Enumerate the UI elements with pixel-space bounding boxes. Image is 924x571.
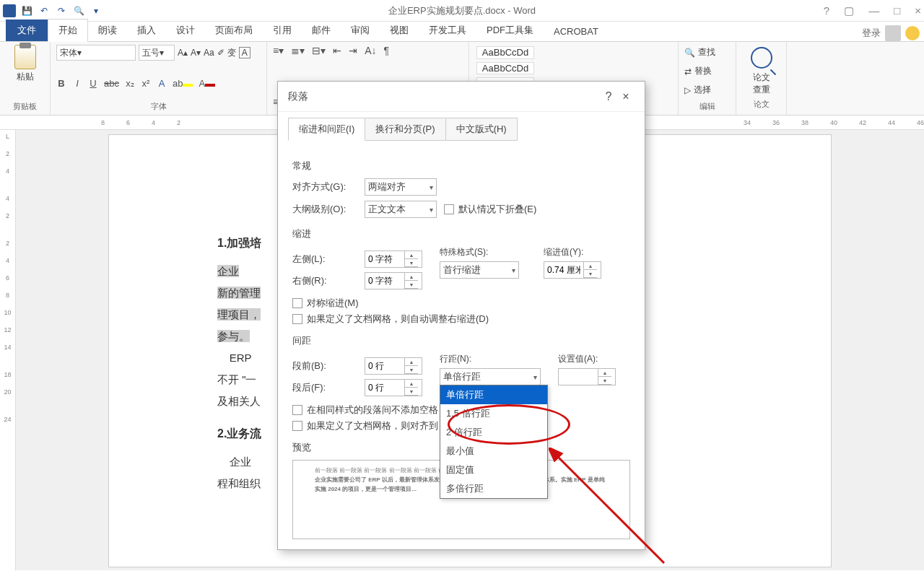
- mirror-checkbox[interactable]: 对称缩进(M): [292, 297, 630, 310]
- before-spinner[interactable]: ▲▼: [365, 357, 422, 375]
- fold-checkbox[interactable]: 默认情况下折叠(E): [444, 203, 536, 216]
- tab-design[interactable]: 设计: [166, 19, 205, 41]
- align-combo[interactable]: 两端对齐▾: [365, 178, 437, 196]
- tab-layout[interactable]: 页面布局: [205, 19, 263, 41]
- edit-group-label: 编辑: [684, 101, 730, 112]
- grid-indent-checkbox[interactable]: 如果定义了文档网格，则自动调整右缩进(D): [292, 313, 630, 326]
- font-color-button[interactable]: A: [199, 78, 215, 89]
- login-label[interactable]: 登录: [862, 27, 881, 40]
- account-area[interactable]: 登录: [862, 25, 924, 41]
- dialog-tab-breaks[interactable]: 换行和分页(P): [365, 118, 445, 141]
- maximize-icon[interactable]: □: [894, 4, 900, 17]
- tab-home[interactable]: 开始: [48, 19, 88, 42]
- grow-font-icon[interactable]: A▴: [178, 48, 188, 58]
- change-case-icon[interactable]: Aa: [204, 48, 214, 58]
- redo-icon[interactable]: ↷: [55, 4, 68, 17]
- right-indent-spinner[interactable]: ▲▼: [365, 272, 422, 289]
- dropdown-opt-multiple[interactable]: 多倍行距: [440, 479, 547, 498]
- numbering-icon[interactable]: ≣▾: [291, 45, 305, 56]
- indent-section: 缩进: [292, 227, 630, 240]
- replace-button[interactable]: ⇄ 替换: [684, 65, 730, 77]
- tab-view[interactable]: 视图: [380, 19, 419, 41]
- by-spinner[interactable]: ▲▼: [544, 261, 601, 279]
- tab-review[interactable]: 审阅: [341, 19, 380, 41]
- dropdown-opt-1-5[interactable]: 1.5 倍行距: [440, 404, 547, 423]
- at-label: 设置值(A):: [558, 353, 630, 365]
- ribbon-display-icon[interactable]: ▢: [844, 4, 854, 17]
- find-button[interactable]: 🔍 查找: [684, 46, 730, 58]
- char-border-icon[interactable]: A: [239, 47, 250, 58]
- dropdown-opt-exactly[interactable]: 固定值: [440, 461, 547, 479]
- after-label: 段后(F):: [292, 381, 357, 394]
- dialog-tab-indent[interactable]: 缩进和间距(I): [288, 118, 365, 141]
- dialog-body: 常规 对齐方式(G): 两端对齐▾ 大纲级别(O): 正文文本▾ 默认情况下折叠…: [278, 141, 645, 549]
- minimize-icon[interactable]: —: [868, 4, 879, 17]
- highlight-button[interactable]: ab: [173, 78, 193, 89]
- text-effects-icon[interactable]: A: [157, 78, 167, 89]
- decrease-indent-icon[interactable]: ⇤: [333, 45, 341, 56]
- dialog-titlebar[interactable]: 段落 ? ×: [278, 82, 645, 112]
- dropdown-opt-single[interactable]: 单倍行距: [440, 385, 547, 404]
- style-normal[interactable]: AaBbCcDd: [476, 46, 534, 59]
- qat-more-icon[interactable]: ▾: [90, 4, 103, 17]
- font-name-select[interactable]: 宋体 ▾: [56, 45, 136, 61]
- show-marks-icon[interactable]: ¶: [384, 45, 390, 56]
- save-icon[interactable]: 💾: [20, 4, 33, 17]
- title-bar: W 💾 ↶ ↷ 🔍 ▾ 企业ERP实施规划要点.docx - Word ? ▢ …: [0, 0, 924, 22]
- tab-mailings[interactable]: 邮件: [302, 19, 341, 41]
- avatar[interactable]: [885, 25, 901, 41]
- special-combo[interactable]: 首行缩进▾: [440, 261, 519, 279]
- undo-icon[interactable]: ↶: [38, 4, 51, 17]
- shrink-font-icon[interactable]: A▾: [191, 48, 201, 58]
- line-spacing-dropdown[interactable]: 单倍行距 1.5 倍行距 2 倍行距 最小值 固定值 多倍行距: [440, 385, 548, 499]
- font-size-select[interactable]: 五号 ▾: [139, 45, 175, 61]
- outline-label: 大纲级别(O):: [292, 203, 357, 216]
- increase-indent-icon[interactable]: ⇥: [349, 45, 357, 56]
- print-preview-icon[interactable]: 🔍: [72, 4, 85, 17]
- paste-button[interactable]: 粘贴: [6, 45, 44, 83]
- tab-pdf[interactable]: PDF工具集: [476, 19, 544, 41]
- tab-insert[interactable]: 插入: [127, 19, 166, 41]
- tab-developer[interactable]: 开发工具: [419, 19, 476, 41]
- dropdown-opt-atleast[interactable]: 最小值: [440, 442, 547, 461]
- strike-button[interactable]: abc: [104, 78, 119, 89]
- style-nospacing[interactable]: AaBbCcDd: [476, 62, 534, 75]
- superscript-button[interactable]: x²: [141, 78, 151, 89]
- by-label: 缩进值(Y):: [544, 246, 630, 258]
- at-spinner[interactable]: ▲▼: [558, 368, 616, 385]
- subscript-button[interactable]: x₂: [125, 78, 135, 89]
- dialog-tab-asian[interactable]: 中文版式(H): [445, 118, 518, 141]
- general-section: 常规: [292, 160, 630, 173]
- sort-icon[interactable]: A↓: [365, 45, 376, 56]
- right-indent-label: 右侧(R):: [292, 274, 357, 287]
- tab-read[interactable]: 朗读: [88, 19, 127, 41]
- emoji-icon[interactable]: [905, 26, 920, 40]
- clear-format-icon[interactable]: ✐: [217, 48, 225, 58]
- vertical-ruler[interactable]: L24422468101214182024: [0, 130, 16, 570]
- italic-button[interactable]: I: [72, 78, 82, 89]
- help-icon[interactable]: ?: [824, 4, 829, 17]
- dropdown-opt-double[interactable]: 2 倍行距: [440, 423, 547, 442]
- select-button[interactable]: ▷ 选择: [684, 84, 730, 96]
- after-spinner[interactable]: ▲▼: [365, 379, 422, 396]
- tab-acrobat[interactable]: ACROBAT: [544, 22, 609, 41]
- line-spacing-combo[interactable]: 单倍行距▾: [440, 368, 541, 385]
- multilevel-icon[interactable]: ⊟▾: [312, 45, 326, 56]
- bold-button[interactable]: B: [56, 78, 66, 89]
- left-indent-spinner[interactable]: ▲▼: [365, 250, 422, 268]
- clipboard-label: 剪贴板: [6, 101, 44, 112]
- underline-button[interactable]: U: [88, 78, 98, 89]
- editing-group: 🔍 查找 ⇄ 替换 ▷ 选择 编辑: [679, 42, 736, 115]
- file-tab[interactable]: 文件: [6, 19, 48, 41]
- quick-access-toolbar: W 💾 ↶ ↷ 🔍 ▾: [3, 4, 103, 17]
- close-icon[interactable]: ×: [915, 4, 921, 17]
- tab-references[interactable]: 引用: [263, 19, 302, 41]
- bullets-icon[interactable]: ≡▾: [273, 45, 284, 56]
- outline-combo[interactable]: 正文文本▾: [365, 201, 437, 218]
- dialog-close-button[interactable]: ×: [617, 90, 635, 103]
- ribbon-tabs: 文件 开始 朗读 插入 设计 页面布局 引用 邮件 审阅 视图 开发工具 PDF…: [0, 22, 924, 42]
- magnifier-icon[interactable]: [751, 47, 772, 69]
- dialog-help-button[interactable]: ?: [600, 90, 617, 103]
- phonetic-icon[interactable]: 变: [227, 47, 236, 59]
- left-indent-label: 左侧(L):: [292, 253, 357, 266]
